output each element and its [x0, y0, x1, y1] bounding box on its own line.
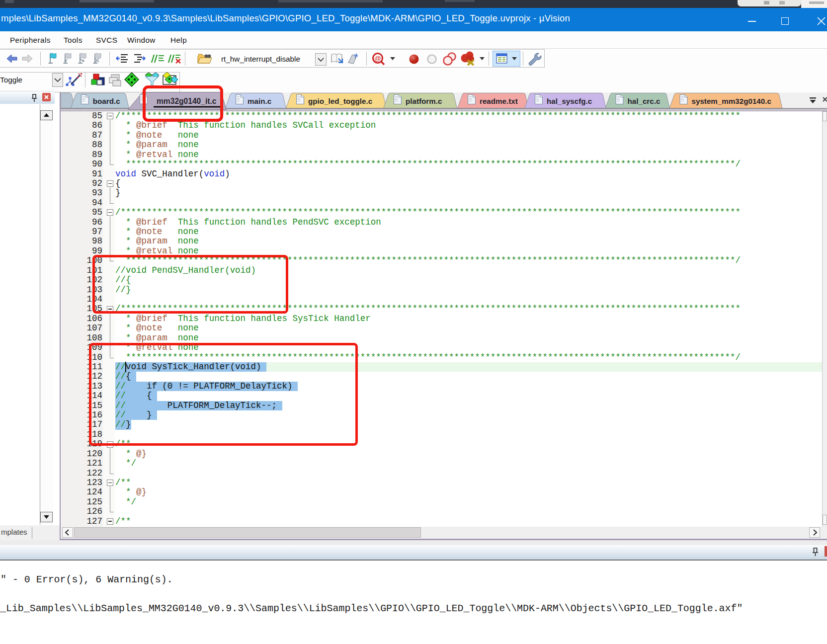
svg-text:system_mm32g0140.c: system_mm32g0140.c: [692, 97, 771, 105]
svg-text:@: @: [374, 55, 381, 62]
svg-text:gpio_led_toggle.c: gpio_led_toggle.c: [308, 97, 372, 105]
svg-text:hal_crc.c: hal_crc.c: [628, 97, 661, 105]
svg-text:hal_syscfg.c: hal_syscfg.c: [547, 97, 592, 105]
svg-text:main.c: main.c: [248, 97, 271, 105]
svg-text:readme.txt: readme.txt: [480, 97, 518, 105]
svg-text:board.c: board.c: [93, 97, 120, 105]
svg-text:platform.c: platform.c: [406, 97, 442, 105]
